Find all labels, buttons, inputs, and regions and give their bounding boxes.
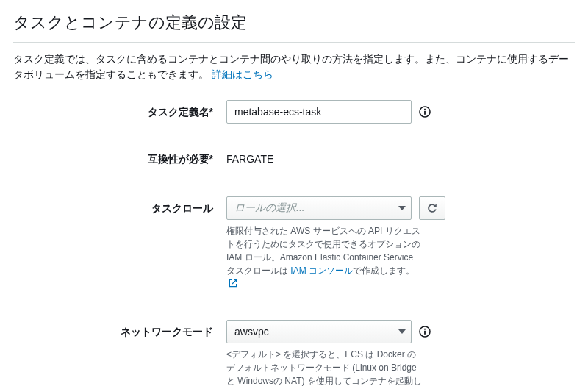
task-role-row: タスクロール ロールの選択... 権限付与された AWS サービスへの API … — [13, 196, 575, 290]
task-role-help: 権限付与された AWS サービスへの API リクエストを行うためにタスクで使用… — [226, 224, 423, 290]
iam-console-link[interactable]: IAM コンソール — [290, 265, 353, 276]
refresh-button[interactable] — [419, 196, 445, 220]
network-mode-select[interactable]: awsvpc — [226, 320, 412, 343]
task-definition-name-row: タスク定義名* — [13, 100, 575, 124]
task-definition-name-input[interactable] — [226, 100, 412, 124]
compatibility-label: 互換性が必要* — [13, 147, 226, 167]
page-description: タスク定義では、タスクに含めるコンテナとコンテナ間のやり取りの方法を指定します。… — [13, 51, 575, 82]
page-title: タスクとコンテナの定義の設定 — [13, 10, 575, 35]
network-mode-label: ネットワークモード — [13, 320, 226, 340]
learn-more-link[interactable]: 詳細はこちら — [212, 68, 273, 80]
description-text: タスク定義では、タスクに含めるコンテナとコンテナ間のやり取りの方法を指定します。… — [13, 53, 569, 80]
svg-rect-5 — [424, 329, 426, 330]
network-mode-help: <デフォルト> を選択すると、ECS は Docker のデフォルトネットワーク… — [226, 348, 423, 389]
task-role-label: タスクロール — [13, 196, 226, 216]
refresh-icon — [426, 202, 438, 214]
task-definition-name-label: タスク定義名* — [13, 100, 226, 120]
compatibility-value: FARGATE — [226, 147, 447, 167]
network-mode-row: ネットワークモード awsvpc <デフォルト> を選択すると、ECS は Do… — [13, 320, 575, 389]
svg-rect-4 — [424, 331, 426, 335]
external-link-icon — [229, 278, 237, 287]
task-role-select[interactable]: ロールの選択... — [226, 196, 412, 220]
svg-rect-2 — [424, 109, 426, 110]
section-divider — [13, 42, 575, 43]
info-icon[interactable] — [419, 106, 431, 118]
info-icon[interactable] — [419, 326, 431, 338]
svg-rect-1 — [424, 111, 426, 115]
compatibility-row: 互換性が必要* FARGATE — [13, 147, 575, 167]
task-role-help-suffix: で作成します。 — [353, 265, 415, 276]
